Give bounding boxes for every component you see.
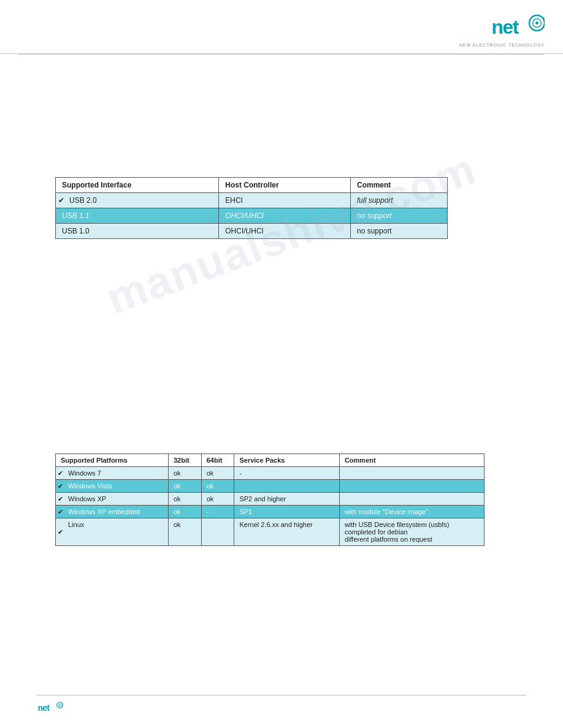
plat-32bit-cell: ok [169,493,202,506]
usb-table: Supported Interface Host Controller Comm… [55,177,448,239]
plat-col-64bit: 64bit [201,454,234,467]
logo-tagline: NEW ELECTRONIC TECHNOLOGY [459,43,545,47]
plat-platform-cell: ✔Windows XP [56,493,169,506]
usb-controller-cell: OHCI/UHCI [219,208,351,224]
plat-col-comment: Comment [339,454,484,467]
checkmark-icon: ✔ [58,469,63,477]
usb-table-row: USB 1.1OHCI/UHCIno support [56,208,448,224]
plat-comment-cell [339,467,484,480]
logo-container: net NEW ELECTRONIC TECHNOLOGY [459,11,545,47]
platform-table-row: ✔Windows XPokokSP2 and higher [56,493,484,506]
svg-text:net: net [491,16,519,38]
content-spacer-mid [37,239,526,447]
net-logo: net [489,11,545,42]
footer-logo: net [37,700,64,714]
plat-64bit-cell: ok [201,467,234,480]
checkmark-icon: ✔ [58,482,63,490]
plat-32bit-cell: ok [169,467,202,480]
usb-col-header-interface: Supported Interface [56,178,219,193]
plat-sp-cell: - [234,467,339,480]
header: net NEW ELECTRONIC TECHNOLOGY [0,0,563,54]
plat-sp-cell: Kernel 2.6.xx and higher [234,518,339,546]
main-content: Supported Interface Host Controller Comm… [0,55,563,558]
checkmark-icon: ✔ [58,196,64,205]
plat-64bit-cell: ok [201,493,234,506]
usb-col-header-comment: Comment [351,178,448,193]
usb-interface-cell: ✔USB 2.0 [56,193,219,208]
plat-sp-cell: SP2 and higher [234,493,339,506]
plat-platform-cell: ✔Windows Vista [56,480,169,493]
usb-comment-cell: no support [351,224,448,239]
plat-col-sp: Service Packs [234,454,339,467]
platform-table-row: ✔Windows 7okok- [56,467,484,480]
plat-64bit-cell: - [201,506,234,518]
plat-32bit-cell: ok [169,518,202,546]
usb-table-header-row: Supported Interface Host Controller Comm… [56,178,448,193]
svg-text:net: net [38,703,50,713]
plat-32bit-cell: ok [169,506,202,518]
platform-table-row: ✔Windows Vistaokok [56,480,484,493]
plat-comment-cell: with module "Device image" [339,506,484,518]
plat-64bit-cell [201,518,234,546]
plat-comment-cell: with USB Device filesystem (usbfs) compl… [339,518,484,546]
checkmark-icon: ✔ [58,528,63,536]
checkmark-icon: ✔ [58,508,63,516]
platform-table-row: ✔LinuxokKernel 2.6.xx and higherwith USB… [56,518,484,546]
platform-table-row: ✔Windows XP embeddedok-SP1with module "D… [56,506,484,518]
platform-table: Supported Platforms 32bit 64bit Service … [55,453,484,546]
svg-point-3 [535,21,538,25]
plat-platform-cell: ✔Windows XP embedded [56,506,169,518]
usb-table-row: USB 1.0OHCI/UHCIno support [56,224,448,239]
plat-col-32bit: 32bit [169,454,202,467]
usb-comment-cell: full support [351,193,448,208]
usb-interface-cell: USB 1.0 [56,224,219,239]
plat-sp-cell [234,480,339,493]
usb-controller-cell: EHCI [219,193,351,208]
plat-col-platform: Supported Platforms [56,454,169,467]
platform-table-header-row: Supported Platforms 32bit 64bit Service … [56,454,484,467]
plat-comment-cell [339,480,484,493]
usb-comment-cell: no support [351,208,448,224]
plat-comment-cell [339,493,484,506]
svg-point-7 [59,705,61,706]
plat-platform-cell: ✔Windows 7 [56,467,169,480]
plat-sp-cell: SP1 [234,506,339,518]
content-spacer-top [37,73,526,171]
usb-controller-cell: OHCI/UHCI [219,224,351,239]
usb-interface-cell: USB 1.1 [56,208,219,224]
platform-table-section: Supported Platforms 32bit 64bit Service … [55,453,526,546]
usb-table-row: ✔USB 2.0EHCIfull support [56,193,448,208]
checkmark-icon: ✔ [58,495,63,503]
footer: net [37,695,526,716]
usb-table-section: Supported Interface Host Controller Comm… [55,177,526,239]
plat-64bit-cell: ok [201,480,234,493]
plat-platform-cell: ✔Linux [56,518,169,546]
plat-32bit-cell: ok [169,480,202,493]
usb-col-header-controller: Host Controller [219,178,351,193]
